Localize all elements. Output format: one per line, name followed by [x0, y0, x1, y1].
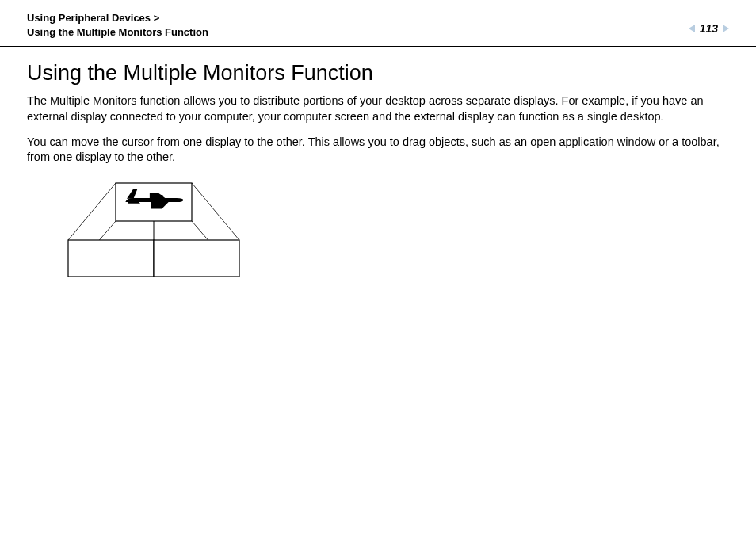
breadcrumb-line-2: Using the Multiple Monitors Function: [27, 25, 208, 40]
page-content: Using the Multiple Monitors Function The…: [0, 47, 756, 288]
svg-line-2: [192, 183, 239, 240]
page-number: 113: [700, 22, 718, 35]
breadcrumb-line-1: Using Peripheral Devices >: [27, 11, 208, 25]
page-header: Using Peripheral Devices > Using the Mul…: [0, 0, 756, 47]
paragraph-2: You can move the cursor from one display…: [27, 135, 729, 166]
breadcrumb: Using Peripheral Devices > Using the Mul…: [27, 11, 208, 40]
multiple-monitors-illustration: [59, 175, 249, 289]
svg-point-10: [158, 194, 163, 196]
paragraph-1: The Multiple Monitors function allows yo…: [27, 93, 729, 124]
prev-page-icon[interactable]: [689, 25, 695, 32]
page-navigation: 113: [689, 11, 729, 35]
next-page-icon[interactable]: [723, 25, 729, 32]
svg-line-0: [68, 183, 116, 240]
page-title: Using the Multiple Monitors Function: [27, 61, 729, 86]
svg-rect-7: [68, 240, 154, 277]
svg-point-9: [151, 204, 158, 207]
svg-rect-8: [154, 240, 239, 277]
